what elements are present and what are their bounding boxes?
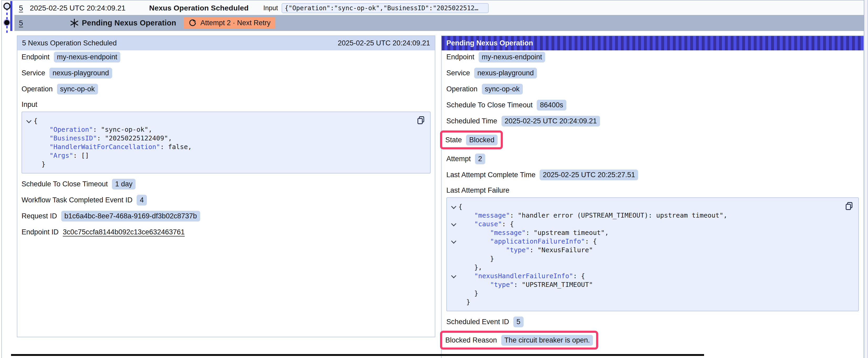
annotation-state-highlight: State Blocked bbox=[440, 130, 503, 149]
timeline-active-indicator-bar bbox=[10, 1, 12, 31]
field-row-blocked-reason: Blocked Reason The circuit breaker is op… bbox=[445, 334, 593, 346]
code-line: "nexusHandlerFailureInfo": { bbox=[449, 272, 842, 280]
field-row-attempt: Attempt 2 bbox=[446, 153, 859, 165]
retry-icon bbox=[188, 19, 197, 27]
field-row-schedule-to-close-timeout: Schedule To Close Timeout 86400s bbox=[446, 99, 859, 111]
field-value-chip: sync-op-ok bbox=[57, 84, 98, 95]
code-line: "Operation": "sync-op-ok", bbox=[24, 125, 414, 134]
event-id-link[interactable]: 5 bbox=[19, 4, 23, 12]
chevron-down-icon[interactable] bbox=[451, 238, 456, 243]
event-row-nexus-operation-scheduled[interactable]: 5 2025-02-25 UTC 20:24:09.21 Nexus Opera… bbox=[14, 1, 864, 15]
field-label: Last Attempt Complete Time bbox=[446, 171, 535, 179]
field-value-chip: 4 bbox=[136, 195, 147, 205]
endpoint-id-link[interactable]: 3c0c75ccfa8144b092c13ce632463761 bbox=[63, 228, 185, 236]
pending-operation-card: Pending Nexus Operation Endpoint my-nexu… bbox=[441, 35, 864, 358]
code-line: } bbox=[449, 254, 842, 263]
field-value-chip: nexus-playground bbox=[474, 68, 537, 78]
chevron-down-icon[interactable] bbox=[451, 204, 456, 209]
window-border-top bbox=[1, 0, 864, 1]
field-label: Service bbox=[22, 69, 45, 77]
code-line: }, bbox=[449, 263, 842, 272]
blocked-reason-chip: The circuit breaker is open. bbox=[501, 335, 593, 346]
last-attempt-failure-label: Last Attempt Failure bbox=[446, 186, 859, 195]
input-section-label: Input bbox=[22, 100, 431, 109]
code-line: "applicationFailureInfo": { bbox=[449, 237, 842, 246]
code-line: } bbox=[449, 289, 842, 298]
field-row-endpoint: Endpoint my-nexus-endpoint bbox=[22, 51, 431, 63]
code-line: "type": "NexusFailure" bbox=[449, 246, 842, 254]
field-value-chip: my-nexus-endpoint bbox=[54, 52, 121, 62]
code-line: } bbox=[449, 298, 842, 306]
field-row-endpoint-id: Endpoint ID 3c0c75ccfa8144b092c13ce63246… bbox=[22, 226, 431, 238]
chevron-down-icon[interactable] bbox=[451, 221, 456, 226]
code-line: } bbox=[24, 160, 414, 168]
field-row-last-attempt-complete-time: Last Attempt Complete Time 2025-02-25 UT… bbox=[446, 169, 859, 181]
pending-operation-card-title: Pending Nexus Operation bbox=[446, 39, 533, 47]
chevron-down-icon[interactable] bbox=[26, 118, 32, 123]
field-value-chip: my-nexus-endpoint bbox=[479, 52, 546, 62]
field-value-chip: 86400s bbox=[537, 100, 566, 110]
code-line: "Args": [] bbox=[24, 151, 414, 160]
event-row-pending-nexus-operation[interactable]: 5 Pending Nexus Operation Attempt 2 · Ne… bbox=[14, 15, 864, 31]
field-value-chip: 2025-02-25 UTC 20:24:09.21 bbox=[501, 116, 600, 127]
field-value-chip: 2025-02-25 UTC 20:25:27.51 bbox=[539, 169, 638, 180]
field-label: Attempt bbox=[446, 155, 471, 163]
field-label: Blocked Reason bbox=[445, 336, 497, 344]
state-value-chip: Blocked bbox=[466, 135, 498, 145]
field-label: Service bbox=[446, 69, 470, 77]
field-label: Endpoint ID bbox=[22, 228, 59, 236]
field-value-chip: b1c6a4bc-8ee7-468a-9169-df3b02c8737b bbox=[61, 211, 200, 222]
copy-icon bbox=[845, 201, 854, 211]
event-input-label: Input bbox=[263, 4, 278, 12]
field-value-chip: 2 bbox=[475, 154, 485, 164]
field-value-chip: nexus-playground bbox=[50, 68, 112, 78]
field-label: Endpoint bbox=[446, 53, 474, 61]
vertical-scrollbar[interactable] bbox=[864, 0, 867, 358]
field-row-state: State Blocked bbox=[445, 134, 498, 146]
annotation-blocked-reason-highlight: Blocked Reason The circuit breaker is op… bbox=[440, 331, 598, 350]
copy-button[interactable] bbox=[416, 115, 426, 126]
field-row-operation: Operation sync-op-ok bbox=[22, 83, 431, 95]
field-row-scheduled-event-id: Scheduled Event ID 5 bbox=[446, 316, 859, 328]
field-label: Schedule To Close Timeout bbox=[22, 180, 108, 188]
event-timestamp: 2025-02-25 UTC 20:24:09.21 bbox=[30, 4, 126, 12]
code-line: "BusinessID": "20250225122409", bbox=[24, 134, 414, 142]
code-line: "message": "handler error (UPSTREAM_TIME… bbox=[449, 211, 842, 220]
field-label: State bbox=[445, 136, 462, 144]
event-input-preview-chip: {"Operation":"sync-op-ok","BusinessID":"… bbox=[282, 3, 489, 13]
field-row-request-id: Request ID b1c6a4bc-8ee7-468a-9169-df3b0… bbox=[22, 210, 431, 222]
event-title: Nexus Operation Scheduled bbox=[149, 4, 249, 12]
chevron-down-icon[interactable] bbox=[451, 273, 456, 278]
field-row-scheduled-time: Scheduled Time 2025-02-25 UTC 20:24:09.2… bbox=[446, 115, 859, 127]
event-id-link[interactable]: 5 bbox=[19, 19, 23, 27]
code-line: "type": "UPSTREAM_TIMEOUT" bbox=[449, 280, 842, 289]
field-value-chip: 1 day bbox=[112, 179, 135, 190]
event-detail-card-timestamp: 2025-02-25 UTC 20:24:09.21 bbox=[338, 39, 430, 47]
code-line: "message": "upstream timeout", bbox=[449, 228, 842, 237]
timeline-node-open-icon bbox=[3, 3, 10, 10]
copy-icon bbox=[416, 116, 426, 125]
retry-badge-label: Attempt 2 · Next Retry bbox=[200, 19, 271, 27]
pending-operation-card-header: Pending Nexus Operation bbox=[442, 36, 864, 51]
input-json-code-block: { "Operation": "sync-op-ok", "BusinessID… bbox=[22, 111, 431, 173]
retry-status-badge: Attempt 2 · Next Retry bbox=[184, 17, 275, 29]
field-label: Endpoint bbox=[22, 53, 50, 61]
event-detail-card-title: 5 Nexus Operation Scheduled bbox=[22, 39, 117, 47]
field-label: Operation bbox=[22, 85, 53, 93]
field-value-chip: sync-op-ok bbox=[482, 84, 523, 95]
field-label: Scheduled Time bbox=[446, 117, 497, 125]
code-line: "HandlerWaitForCancellation": false, bbox=[24, 142, 414, 151]
failure-json-code-block: { "message": "handler error (UPSTREAM_TI… bbox=[446, 197, 859, 311]
event-detail-card-header: 5 Nexus Operation Scheduled 2025-02-25 U… bbox=[17, 36, 435, 51]
window-border-left bbox=[1, 0, 2, 358]
field-label: Workflow Task Completed Event ID bbox=[22, 196, 132, 204]
field-row-schedule-to-close-timeout: Schedule To Close Timeout 1 day bbox=[22, 178, 431, 190]
code-line: { bbox=[449, 202, 842, 211]
field-label: Scheduled Event ID bbox=[446, 318, 509, 326]
field-row-operation: Operation sync-op-ok bbox=[446, 83, 859, 95]
annotation-underline-bar bbox=[11, 354, 704, 356]
code-line: "cause": { bbox=[449, 220, 842, 228]
event-detail-card: 5 Nexus Operation Scheduled 2025-02-25 U… bbox=[17, 35, 435, 337]
copy-button[interactable] bbox=[844, 201, 855, 211]
field-value-chip: 5 bbox=[513, 317, 524, 327]
